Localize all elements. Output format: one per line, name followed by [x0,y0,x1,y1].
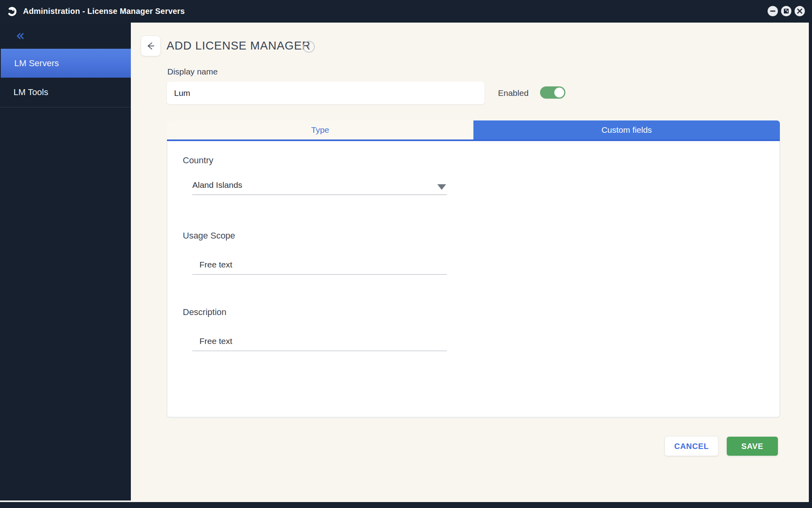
window-controls [768,6,805,16]
usage-scope-label: Usage Scope [183,231,235,241]
sidebar-collapse-button[interactable]: « [16,28,25,43]
tab-type[interactable]: Type [167,120,473,139]
tab-custom-fields[interactable]: Custom fields [473,120,780,139]
maximize-button[interactable] [781,6,791,16]
sidebar-item-lm-servers[interactable]: LM Servers [1,49,131,78]
display-name-input[interactable] [167,82,485,104]
country-select-value: Aland Islands [192,179,447,191]
info-icon[interactable]: i [303,41,315,53]
description-value: Free text [192,334,447,348]
sidebar-bottom-edge [0,500,131,502]
cancel-button[interactable]: CANCEL [665,437,718,456]
sidebar-divider [0,107,131,107]
chevron-down-icon [437,184,446,190]
tab-bar: Type Custom fields [167,120,780,139]
close-button[interactable] [795,6,805,16]
window-title: Administration - License Manager Servers [23,0,185,23]
enabled-label: Enabled [498,88,529,98]
sidebar-item-label: LM Servers [14,58,59,69]
back-arrow-icon [145,40,156,52]
sidebar: « LM Servers LM Tools [0,23,131,500]
usage-scope-input[interactable]: Free text [192,258,447,275]
app-logo-icon [6,5,18,17]
enabled-toggle[interactable] [540,86,565,99]
back-button[interactable] [141,36,160,56]
sidebar-item-lm-tools[interactable]: LM Tools [0,78,131,107]
display-name-label: Display name [167,67,218,76]
description-input[interactable]: Free text [192,334,447,351]
main-content: ADD LICENSE MANAGER i Display name Enabl… [131,23,809,502]
app-window: { "window": { "title": "Administration -… [0,0,812,508]
custom-fields-panel: Country Aland Islands Usage Scope Free t… [167,141,780,417]
usage-scope-value: Free text [192,258,447,271]
toggle-knob [554,88,564,97]
titlebar: Administration - License Manager Servers [0,0,812,23]
save-button[interactable]: SAVE [727,437,778,456]
country-select[interactable]: Aland Islands [192,179,447,195]
page-title: ADD LICENSE MANAGER [167,39,310,52]
description-label: Description [183,307,226,317]
country-label: Country [183,155,213,166]
sidebar-item-label: LM Tools [13,87,48,97]
minimize-button[interactable] [768,6,778,16]
